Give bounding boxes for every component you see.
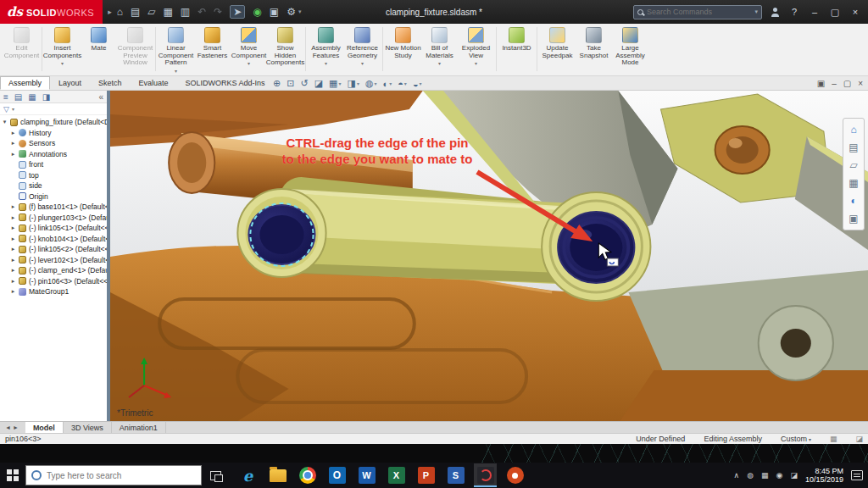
taskbar-app-powerpoint[interactable] <box>415 463 437 487</box>
view-palette-icon[interactable]: ▦ <box>849 177 858 189</box>
taskbar-app-excel[interactable] <box>385 463 408 487</box>
action-center-icon[interactable] <box>851 470 863 480</box>
menu-flyout-icon[interactable]: ▸ <box>108 8 112 16</box>
tree-item-link105-1[interactable]: ▸ (-) link105<1> (Default<<[ <box>0 223 107 234</box>
tree-item-front-plane[interactable]: front <box>0 159 107 170</box>
bill-of-materials-button[interactable]: Bill of Materials ▾ <box>421 26 458 66</box>
linear-component-pattern-button[interactable]: Linear Component Pattern ▾ <box>158 26 194 74</box>
new-document-icon[interactable]: ▤ <box>131 6 140 18</box>
taskbar-app-edge[interactable] <box>236 463 259 487</box>
restore-button[interactable]: ▢ <box>829 7 841 18</box>
onedrive-icon[interactable]: ◍ <box>747 471 754 480</box>
taskbar-app-camtasia[interactable] <box>504 463 526 487</box>
tab-evaluate[interactable]: Evaluate <box>131 76 177 90</box>
restore-group-icon[interactable]: ▣ <box>817 79 825 88</box>
display-style-icon[interactable]: ◨▾ <box>347 78 359 89</box>
smart-fasteners-button[interactable]: Smart Fasteners <box>194 26 231 59</box>
network-icon[interactable]: ◉ <box>776 471 783 480</box>
search-commands-input[interactable] <box>647 8 751 16</box>
insert-components-button[interactable]: Insert Components ▾ <box>44 26 81 66</box>
dropdown-icon[interactable]: ▾ <box>475 60 477 66</box>
taskbar-search-input[interactable] <box>47 471 196 480</box>
home-icon[interactable]: ⌂ <box>117 6 123 18</box>
previous-view-icon[interactable]: ↺ <box>300 78 308 89</box>
tab-solidworks-add-ins[interactable]: SOLIDWORKS Add-Ins <box>177 76 274 90</box>
tree-item-base101[interactable]: ▸ (f) base101<1> (Default<< <box>0 202 107 213</box>
apply-scene-icon[interactable]: ◓▾ <box>398 79 407 89</box>
tab-animation1[interactable]: Animation1 <box>112 422 166 433</box>
tree-item-mategroup1[interactable]: ▸ MateGroup1 <box>0 286 107 297</box>
view-orientation-icon[interactable]: ▦▾ <box>329 78 341 89</box>
tree-item-link105-2[interactable]: ▸ (-) link105<2> (Default<<[ <box>0 244 107 255</box>
hide-show-items-icon[interactable]: ◍▾ <box>365 78 377 89</box>
component-preview-window-button[interactable]: Component Preview Window <box>117 26 153 67</box>
tree-item-sensors[interactable]: ▸ Sensors <box>0 138 107 149</box>
tab-assembly[interactable]: Assembly <box>0 76 50 90</box>
minimize-button[interactable]: – <box>809 7 821 17</box>
configurationmanager-icon[interactable]: ▦ <box>28 92 36 102</box>
update-speedpak-button[interactable]: Update Speedpak <box>539 26 576 59</box>
save-icon[interactable]: ▦ <box>163 6 172 18</box>
dropdown-icon[interactable]: ▾ <box>248 60 250 66</box>
status-panel-icon[interactable]: ◪ <box>855 435 863 443</box>
tree-item-side-plane[interactable]: side <box>0 180 107 191</box>
solidworks-resources-icon[interactable]: ⌂ <box>850 124 856 136</box>
tree-item-knob104[interactable]: ▸ (-) knob104<1> (Default<< <box>0 234 107 245</box>
take-snapshot-button[interactable]: Take Snapshot <box>576 26 612 59</box>
tree-item-clamp-end[interactable]: ▸ (-) clamp_end<1> (Default <box>0 265 107 276</box>
scroll-next-icon[interactable]: ► <box>13 424 19 430</box>
search-dropdown-icon[interactable]: ▾ <box>754 8 758 15</box>
undo-icon[interactable]: ↶ <box>198 6 206 18</box>
displaymanager-icon[interactable]: ◨ <box>42 92 50 102</box>
file-properties-icon[interactable]: ▣ <box>270 6 279 18</box>
task-view-icon[interactable] <box>210 471 221 480</box>
tab-sketch[interactable]: Sketch <box>90 76 131 90</box>
show-hidden-components-button[interactable]: Show Hidden Components <box>267 26 303 67</box>
move-component-button[interactable]: Move Component ▾ <box>231 26 267 66</box>
taskbar-app-snagit[interactable] <box>444 463 467 487</box>
options-dropdown-icon[interactable]: ▾ <box>298 8 302 15</box>
tree-item-pin106[interactable]: ▸ (-) pin106<3> (Default<< <box>0 276 107 287</box>
close-button[interactable]: × <box>849 7 861 17</box>
taskbar-clock[interactable]: 8:45 PM 10/15/2019 <box>805 467 843 484</box>
tree-item-plunger103[interactable]: ▸ (-) plunger103<1> (Defaul <box>0 213 107 224</box>
scroll-prev-icon[interactable]: ◄ <box>5 424 11 430</box>
filter-dropdown-icon[interactable]: ▾ <box>12 106 14 112</box>
view-settings-icon[interactable]: ◒▾ <box>413 79 422 89</box>
tray-chevron-icon[interactable]: ∧ <box>734 471 740 480</box>
restore-document-icon[interactable]: ▢ <box>843 79 851 88</box>
large-assembly-mode-button[interactable]: Large Assembly Mode <box>612 26 648 67</box>
file-explorer-icon[interactable]: ▱ <box>849 159 857 171</box>
section-view-icon[interactable]: ◪ <box>314 78 323 89</box>
design-library-icon[interactable]: ▤ <box>849 141 858 153</box>
taskbar-app-file-explorer[interactable] <box>266 463 289 487</box>
panel-collapse-icon[interactable]: « <box>98 92 103 102</box>
dropdown-icon[interactable]: ▾ <box>61 60 64 66</box>
print-icon[interactable]: ▥ <box>181 6 190 18</box>
tree-item-lever102[interactable]: ▸ (-) lever102<1> (Default<< <box>0 255 107 266</box>
open-icon[interactable]: ▱ <box>147 6 155 18</box>
taskbar-app-solidworks[interactable] <box>474 463 497 487</box>
security-icon[interactable]: ▦ <box>761 471 769 480</box>
graphics-area[interactable]: CTRL-drag the edge of the pin to the edg… <box>110 91 868 421</box>
tree-item-assembly-root[interactable]: ▾ clamping_fixture (Default<Dis <box>0 117 107 128</box>
tab-3d-views[interactable]: 3D Views <box>64 422 112 433</box>
options-gear-icon[interactable]: ⚙ <box>287 6 296 18</box>
close-document-icon[interactable]: × <box>858 79 863 88</box>
tab-layout[interactable]: Layout <box>50 76 90 90</box>
assembly-features-button[interactable]: Assembly Features ▾ <box>308 26 344 66</box>
unit-system-dropdown[interactable]: Custom▾ <box>781 435 811 443</box>
taskbar-app-chrome[interactable] <box>296 463 319 487</box>
select-icon[interactable]: ➤ <box>230 5 245 19</box>
user-account-icon[interactable] <box>771 8 780 17</box>
dropdown-icon[interactable]: ▾ <box>438 60 441 66</box>
filter-funnel-icon[interactable]: ▽ <box>3 105 9 114</box>
zoom-fit-icon[interactable]: ⊕ <box>273 78 281 89</box>
new-motion-study-button[interactable]: New Motion Study <box>385 26 421 59</box>
mate-button[interactable]: Mate <box>81 26 117 53</box>
tree-item-top-plane[interactable]: top <box>0 170 107 181</box>
dropdown-icon[interactable]: ▾ <box>361 60 364 66</box>
minimize-document-icon[interactable]: – <box>832 79 837 88</box>
instant3d-button[interactable]: Instant3D <box>498 26 535 53</box>
custom-properties-icon[interactable]: ▣ <box>849 213 858 225</box>
